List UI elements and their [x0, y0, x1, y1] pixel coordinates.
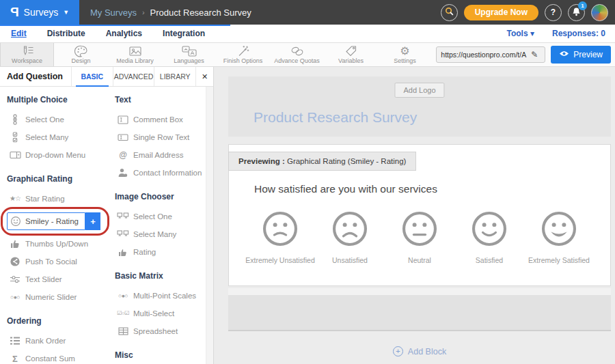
product-label: Surveys: [24, 7, 59, 18]
toolbar-item-media-library[interactable]: Media Library: [108, 43, 162, 66]
sidebar-tab-basic[interactable]: BASIC: [71, 67, 113, 86]
languages-icon: [182, 46, 197, 57]
smiley-option-satisfied[interactable]: Satisfied: [454, 210, 524, 264]
search-button[interactable]: [441, 4, 458, 21]
nav-tab-analytics[interactable]: Analytics: [106, 29, 142, 38]
toolbar-item-variables[interactable]: Variables: [324, 43, 378, 66]
edit-url-pencil-icon[interactable]: ✎: [531, 50, 538, 59]
avatar[interactable]: [591, 4, 608, 21]
smiley-option-label: Satisfied: [476, 256, 503, 264]
tools-dropdown[interactable]: Tools ▾: [506, 29, 534, 38]
toolbar-item-design[interactable]: Design: [54, 43, 108, 66]
question-type-select-one[interactable]: Select One: [115, 208, 206, 225]
toolbar-item-languages[interactable]: Languages: [162, 43, 216, 66]
toolbar-item-settings[interactable]: ⚙ Settings: [378, 43, 432, 66]
question-type-thumbs-up-down[interactable]: Thumbs Up/Down: [7, 235, 115, 253]
top-navbar: P Surveys ▼ My Surveys › Product Researc…: [0, 0, 615, 25]
smiley-icon: [8, 216, 24, 227]
question-type-select-one[interactable]: Select One: [7, 111, 115, 128]
workspace-icon: [20, 46, 35, 57]
question-preview-card: Previewing : Graphical Rating (Smiley - …: [228, 144, 611, 286]
section-heading: Misc: [115, 350, 206, 360]
add-block-button[interactable]: + Add Block: [228, 346, 611, 356]
question-type-spreadsheet[interactable]: Spreadsheet: [115, 322, 206, 340]
notifications-button[interactable]: 1: [568, 4, 585, 21]
smiley-rating-row: Extremely Unsatisfied Unsatisfied Neutra…: [245, 210, 594, 264]
smiley-option-extremely-satisfied[interactable]: Extremely Satisfied: [524, 210, 594, 264]
question-type-select-many[interactable]: Select Many: [115, 225, 206, 243]
question-type-text-slider[interactable]: Text Slider: [7, 270, 115, 288]
preview-button[interactable]: Preview: [551, 46, 611, 64]
smiley-face-icon: [331, 210, 368, 247]
questionpro-logo[interactable]: P Surveys ▼: [0, 0, 79, 25]
responses-count[interactable]: Responses: 0: [552, 29, 605, 38]
workspace-toolbar: Workspace Design Media Library Languages…: [0, 43, 615, 67]
section-heading: Image Chooser: [115, 192, 206, 201]
survey-nav-tabs: EditDistributeAnalyticsIntegration: [0, 29, 205, 38]
question-text[interactable]: How satisfied are you with our services: [254, 183, 437, 195]
nav-tab-distribute[interactable]: Distribute: [47, 29, 85, 38]
settings-icon: ⚙: [400, 46, 409, 57]
section-heading: Basic Matrix: [115, 271, 206, 281]
media-icon: [128, 46, 142, 57]
section-multiple-choice: Multiple Choice Select One Select Many D…: [7, 95, 115, 164]
question-type-single-row-text[interactable]: Single Row Text: [115, 128, 206, 146]
text-slider-icon: [7, 275, 23, 284]
smiley-option-unsatisfied[interactable]: Unsatisfied: [315, 210, 385, 264]
toolbar-item-advance-quotas[interactable]: Advance Quotas: [270, 43, 324, 66]
question-type-push-to-social[interactable]: Push To Social: [7, 253, 115, 270]
question-type-select-many[interactable]: Select Many: [7, 128, 115, 146]
previewing-value: Graphical Rating (Smiley - Rating): [287, 157, 406, 165]
question-type-rank-order[interactable]: Rank Order: [7, 332, 115, 350]
rank-order-icon: [7, 336, 23, 346]
question-type-multi-point-scales[interactable]: ○●○ Multi-Point Scales: [115, 287, 206, 305]
smiley-face-icon: [541, 210, 577, 247]
question-type-rating[interactable]: Rating: [115, 243, 206, 261]
sidebar-tab-library[interactable]: LIBRARY: [154, 67, 195, 86]
toolbar-item-finish-options[interactable]: Finish Options: [216, 43, 270, 66]
help-button[interactable]: ?: [545, 4, 562, 21]
survey-nav: EditDistributeAnalyticsIntegration Tools…: [0, 25, 615, 43]
smiley-option-extremely-unsatisfied[interactable]: Extremely Unsatisfied: [245, 210, 315, 264]
question-type-multi-select[interactable]: ☑○☑ Multi-Select: [115, 305, 206, 322]
sidebar-scrollbar[interactable]: [206, 87, 213, 364]
question-type-constant-sum[interactable]: Σ Constant Sum: [7, 350, 115, 364]
sidebar-column-1: Multiple Choice Select One Select Many D…: [7, 95, 115, 364]
question-type-star-rating[interactable]: ★☆ Star Rating: [7, 190, 115, 208]
nav-tab-integration[interactable]: Integration: [163, 29, 205, 38]
survey-url-box: ✎: [436, 46, 545, 63]
image-select-icon: [115, 230, 131, 239]
empty-block-placeholder: [228, 295, 611, 331]
question-type-drop-down-menu[interactable]: Drop-down Menu: [7, 146, 115, 164]
question-type-numeric-slider[interactable]: ○●○ Numeric Slider: [7, 288, 115, 306]
sidebar-header: Add Question BASICADVANCEDLIBRARY ✕: [0, 67, 213, 87]
close-sidebar-button[interactable]: ✕: [195, 67, 213, 86]
sidebar-title: Add Question: [0, 67, 71, 86]
smiley-rating-item[interactable]: Smiley - Rating: [7, 212, 85, 230]
smiley-face-icon: [262, 210, 299, 247]
nav-accent-bar: [0, 25, 230, 26]
sidebar-tab-advanced[interactable]: ADVANCED: [113, 67, 154, 86]
question-type-contact-information[interactable]: Contact Information: [115, 164, 206, 182]
topbar-actions: Upgrade Now ? 1: [441, 4, 615, 21]
breadcrumb-my-surveys[interactable]: My Surveys: [90, 8, 137, 18]
add-logo-button[interactable]: Add Logo: [394, 83, 444, 98]
numeric-slider-icon: ○●○: [7, 294, 23, 300]
survey-header-card: Add Logo Product Research Survey: [228, 76, 611, 137]
chevron-down-icon: ▾: [530, 29, 534, 38]
sigma-icon: Σ: [7, 354, 23, 363]
question-type-email-address[interactable]: @ Email Address: [115, 146, 206, 164]
dropdown-icon: [7, 151, 23, 159]
breadcrumb: My Surveys › Product Research Survey: [90, 8, 251, 18]
add-smiley-rating-button[interactable]: +: [85, 212, 100, 230]
section-graphical-rating: Graphical Rating ★☆ Star Rating Smiley -…: [7, 174, 115, 306]
survey-title[interactable]: Product Research Survey: [254, 109, 417, 126]
upgrade-now-button[interactable]: Upgrade Now: [464, 5, 538, 20]
smiley-option-neutral[interactable]: Neutral: [385, 210, 454, 264]
survey-url-input[interactable]: [441, 51, 531, 59]
single-row-icon: [115, 134, 131, 141]
toolbar-item-workspace[interactable]: Workspace: [0, 43, 54, 66]
nav-tab-edit[interactable]: Edit: [11, 29, 27, 38]
question-type-comment-box[interactable]: Comment Box: [115, 111, 206, 128]
multipoint-icon: ○●○: [115, 293, 131, 299]
